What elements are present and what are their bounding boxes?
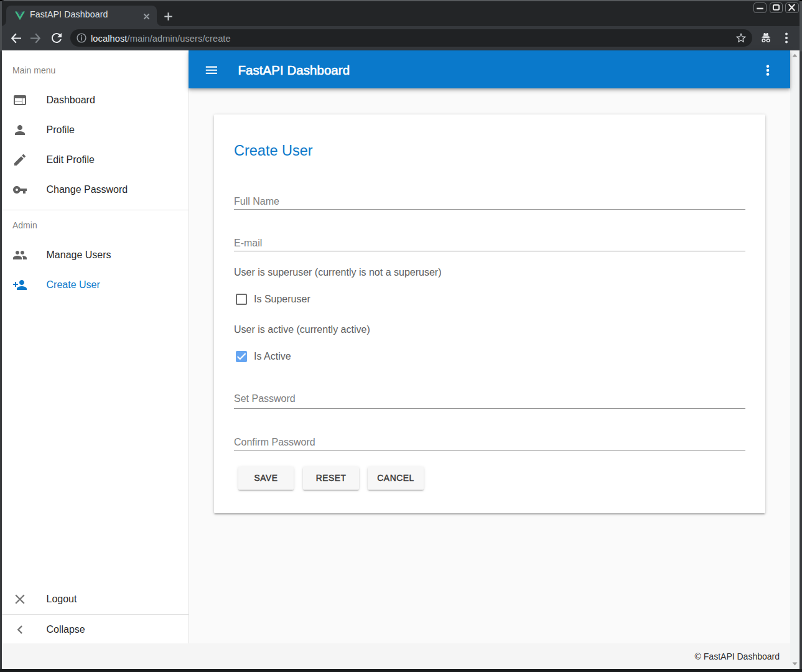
people-icon xyxy=(12,248,27,263)
browser-tab[interactable]: FastAPI Dashboard xyxy=(6,6,157,26)
set-password-field-label[interactable]: Set Password xyxy=(234,393,296,404)
sidebar-item-collapse[interactable]: Collapse xyxy=(2,615,189,645)
window-border-bottom xyxy=(0,669,802,672)
checkmark-icon xyxy=(236,351,247,362)
site-info-icon[interactable] xyxy=(76,32,87,44)
is-active-label[interactable]: Is Active xyxy=(254,351,291,362)
confirm-password-field-label[interactable]: Confirm Password xyxy=(234,437,315,447)
appbar: FastAPI Dashboard xyxy=(189,50,790,88)
tab-title: FastAPI Dashboard xyxy=(30,10,108,19)
tab-close-icon[interactable] xyxy=(141,11,152,22)
tab-corner xyxy=(1,21,6,26)
window-close-button[interactable] xyxy=(785,2,799,13)
set-password-field-underline xyxy=(234,408,745,409)
confirm-password-field-underline xyxy=(234,450,745,451)
sidebar-item-label: Dashboard xyxy=(47,85,95,115)
close-window-icon xyxy=(786,3,798,12)
incognito-icon xyxy=(759,31,773,45)
appbar-kebab-icon[interactable] xyxy=(760,62,775,77)
is-superuser-label[interactable]: Is Superuser xyxy=(254,294,310,305)
url-text[interactable]: localhost/main/admin/users/create xyxy=(91,34,231,44)
person-add-icon xyxy=(12,278,27,292)
email-field-label[interactable]: E-mail xyxy=(234,238,262,248)
bookmark-star-icon[interactable] xyxy=(735,32,747,44)
email-field-underline xyxy=(234,251,745,251)
sidebar-item-create-user[interactable]: Create User xyxy=(2,270,189,300)
sidebar-item-label: Profile xyxy=(47,115,75,145)
appbar-title: FastAPI Dashboard xyxy=(238,52,350,90)
window-minimize-button[interactable] xyxy=(753,2,767,13)
is-active-checkbox[interactable] xyxy=(236,351,247,362)
sidebar-header-main-menu: Main menu xyxy=(12,55,55,85)
footer: © FastAPI Dashboard xyxy=(2,643,790,669)
vue-logo-icon xyxy=(15,11,25,21)
card-title: Create User xyxy=(234,142,313,160)
sidebar-item-profile[interactable]: Profile xyxy=(2,115,189,145)
is-superuser-checkbox[interactable] xyxy=(236,294,247,305)
sidebar-item-logout[interactable]: Logout xyxy=(2,584,189,614)
sidebar: Main menu Dashboard Profile Edit Profile… xyxy=(2,50,189,643)
sidebar-item-label: Logout xyxy=(47,584,77,614)
sidebar-item-dashboard[interactable]: Dashboard xyxy=(2,85,189,115)
reload-icon[interactable] xyxy=(49,30,64,45)
key-icon xyxy=(12,182,27,197)
web-icon xyxy=(12,93,27,108)
scrollbar-up-icon[interactable] xyxy=(792,54,798,57)
maximize-icon xyxy=(770,3,782,12)
window-border-right xyxy=(800,1,802,672)
window-maximize-button[interactable] xyxy=(770,2,783,13)
full-name-field-underline xyxy=(234,209,745,210)
sidebar-item-label: Change Password xyxy=(47,175,128,205)
url-path: /main/admin/users/create xyxy=(128,34,231,44)
full-name-field-label[interactable]: Full Name xyxy=(234,196,279,207)
page-scrollbar[interactable] xyxy=(790,50,800,669)
reset-button[interactable]: RESET xyxy=(303,467,359,490)
sidebar-item-edit-profile[interactable]: Edit Profile xyxy=(2,145,189,175)
save-button[interactable]: SAVE xyxy=(238,467,294,490)
hamburger-menu-icon[interactable] xyxy=(203,62,218,77)
sidebar-item-label: Create User xyxy=(47,270,100,300)
pencil-icon xyxy=(12,152,27,167)
scrollbar-down-icon[interactable] xyxy=(792,662,798,666)
superuser-hint: User is superuser (currently is not a su… xyxy=(234,267,441,278)
new-tab-icon[interactable] xyxy=(161,9,176,24)
minimize-icon xyxy=(754,3,766,12)
forward-icon[interactable] xyxy=(29,32,42,45)
footer-copyright: © FastAPI Dashboard xyxy=(695,643,780,669)
active-hint: User is active (currently active) xyxy=(234,324,370,335)
back-icon[interactable] xyxy=(9,32,22,45)
url-host: localhost xyxy=(91,34,128,44)
sidebar-header-admin: Admin xyxy=(12,210,37,240)
cancel-button[interactable]: CANCEL xyxy=(368,467,424,490)
create-user-card: Create User Full Name E-mail User is sup… xyxy=(214,114,765,513)
sidebar-item-change-password[interactable]: Change Password xyxy=(2,175,189,205)
sidebar-item-manage-users[interactable]: Manage Users xyxy=(2,240,189,270)
person-icon xyxy=(12,123,27,138)
sidebar-item-label: Collapse xyxy=(47,615,85,645)
close-icon xyxy=(12,592,27,607)
window-top-edge xyxy=(0,0,802,1)
chevron-left-icon xyxy=(12,622,27,637)
sidebar-item-label: Manage Users xyxy=(47,240,111,270)
sidebar-item-label: Edit Profile xyxy=(47,145,95,175)
browser-menu-kebab-icon[interactable] xyxy=(780,32,793,44)
